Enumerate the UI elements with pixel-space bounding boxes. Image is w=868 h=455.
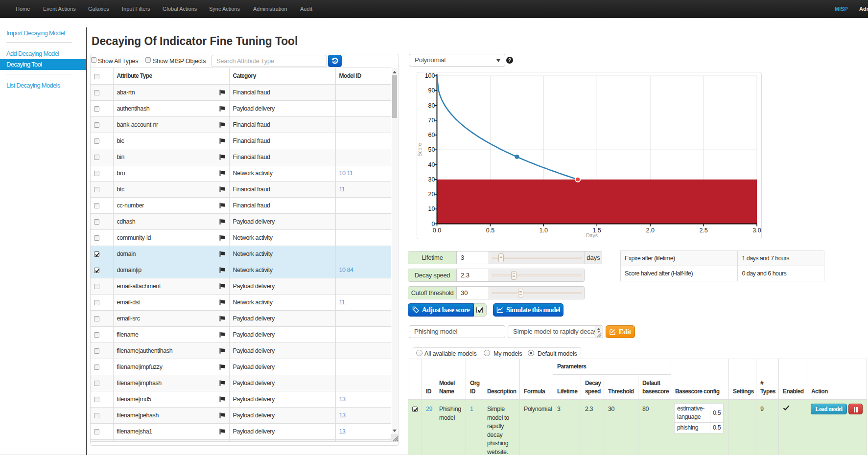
svg-text:3.0: 3.0	[752, 227, 761, 234]
svg-text:50: 50	[428, 146, 435, 153]
svg-text:20: 20	[428, 191, 435, 198]
svg-text:Days: Days	[586, 232, 598, 238]
svg-text:80: 80	[428, 102, 435, 109]
svg-text:40: 40	[428, 161, 435, 168]
svg-text:70: 70	[428, 117, 435, 124]
svg-text:0.5: 0.5	[486, 227, 494, 234]
svg-text:60: 60	[428, 132, 435, 138]
svg-text:90: 90	[428, 87, 435, 94]
svg-text:Score: Score	[417, 143, 422, 157]
svg-text:30: 30	[428, 176, 435, 183]
svg-text:2.0: 2.0	[646, 227, 655, 234]
svg-text:0: 0	[432, 221, 435, 228]
svg-text:1.0: 1.0	[540, 227, 548, 234]
svg-text:10: 10	[428, 205, 435, 212]
svg-text:2.5: 2.5	[699, 227, 707, 234]
svg-text:0.0: 0.0	[433, 227, 441, 234]
svg-text:100: 100	[425, 72, 435, 79]
